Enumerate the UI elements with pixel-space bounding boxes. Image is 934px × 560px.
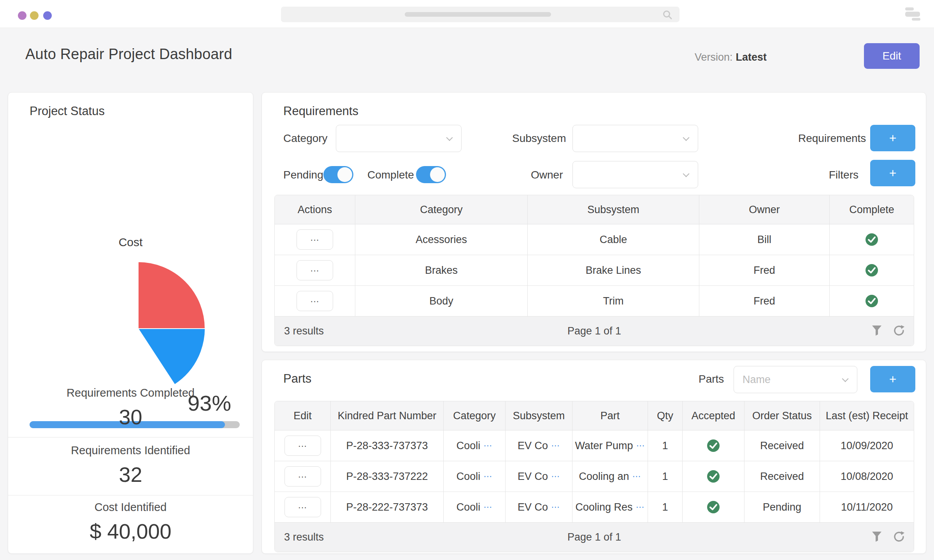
- receipt-cell: 10/09/2020: [820, 430, 914, 461]
- complete-toggle[interactable]: [416, 166, 446, 183]
- truncation-ellipsis: ⋯: [636, 441, 645, 451]
- subsystem-dropdown[interactable]: [572, 125, 698, 152]
- parts-panel: Parts Parts Name + Edit Kindred Part Num…: [262, 360, 926, 554]
- stat-requirements-identified: Requirements Identified 32: [8, 444, 253, 486]
- table-row: ... P-28-333-737222 Cooli⋯ EV Co⋯ Coolin…: [275, 461, 914, 492]
- stat-requirements-completed: Requirements Completed 30: [8, 387, 253, 429]
- qty-cell: 1: [648, 461, 683, 492]
- check-circle-icon: [706, 439, 720, 453]
- row-actions-button[interactable]: ...: [297, 260, 333, 280]
- pending-toggle[interactable]: [323, 166, 353, 183]
- version-value: Latest: [736, 51, 767, 63]
- refresh-icon[interactable]: [893, 324, 905, 337]
- pagination-text: Page 1 of 1: [275, 325, 914, 337]
- column-header: Actions: [275, 195, 355, 224]
- complete-cell: [830, 224, 914, 255]
- address-search-bar[interactable]: [281, 7, 679, 22]
- requirements-table-footer: 3 results Page 1 of 1: [275, 316, 914, 346]
- subsystem-cell: EV Co⋯: [506, 461, 572, 492]
- requirements-table-header: Actions Category Subsystem Owner Complet…: [275, 195, 914, 224]
- owner-filter-label: Owner: [531, 169, 563, 181]
- add-filter-button[interactable]: +: [870, 160, 915, 186]
- filter-funnel-icon[interactable]: [871, 324, 883, 337]
- column-header: Order Status: [744, 401, 820, 430]
- category-cell: Cooli⋯: [444, 430, 506, 461]
- truncation-ellipsis: ⋯: [483, 471, 492, 481]
- column-header: Category: [444, 401, 506, 430]
- refresh-icon[interactable]: [893, 530, 905, 543]
- complete-toggle-label: Complete: [367, 169, 414, 181]
- window-control-dot-3[interactable]: [43, 11, 52, 20]
- category-cell: Body: [355, 286, 528, 316]
- divider: [8, 495, 253, 495]
- parts-name-dropdown[interactable]: Name: [734, 366, 857, 393]
- truncation-ellipsis: ⋯: [483, 502, 492, 512]
- stat-label: Cost Identified: [8, 501, 253, 514]
- part-number-cell: P-28-222-737373: [331, 492, 444, 522]
- subsystem-cell: Brake Lines: [528, 255, 699, 285]
- category-cell: Cooli⋯: [444, 461, 506, 492]
- project-status-panel: Project Status Cost 93% Requirements Com…: [8, 92, 253, 554]
- version-indicator: Version:Latest: [695, 51, 767, 63]
- filter-funnel-icon[interactable]: [871, 530, 883, 543]
- search-icon: [662, 10, 672, 21]
- column-header: Edit: [275, 401, 331, 430]
- accepted-cell: [683, 492, 744, 522]
- parts-selector-label: Parts: [699, 373, 724, 385]
- menu-bar-bottom: [912, 18, 920, 21]
- table-row: ... P-28-222-737373 Cooli⋯ EV Co⋯ Coolin…: [275, 492, 914, 522]
- complete-cell: [830, 255, 914, 285]
- window-control-dot-2[interactable]: [30, 11, 39, 20]
- complete-cell: [830, 286, 914, 316]
- subsystem-cell: EV Co⋯: [506, 430, 572, 461]
- part-number-cell: P-28-333-737373: [331, 430, 444, 461]
- edit-button[interactable]: Edit: [864, 43, 920, 69]
- check-circle-icon: [706, 469, 720, 483]
- window-control-dot-1[interactable]: [18, 11, 26, 20]
- add-part-button[interactable]: +: [870, 366, 915, 392]
- order-status-cell: Received: [744, 430, 820, 461]
- toggle-knob: [337, 167, 352, 182]
- column-header: Kindred Part Number: [331, 401, 444, 430]
- staggered-menu-icon[interactable]: [905, 7, 921, 21]
- red-slice: [138, 262, 205, 329]
- browser-top-bar: [0, 0, 934, 28]
- chevron-down-icon: [842, 376, 849, 382]
- part-number-cell: P-28-333-737222: [331, 461, 444, 492]
- part-cell: Water Pump⋯: [572, 430, 648, 461]
- parts-table-footer: 3 results Page 1 of 1: [275, 522, 914, 552]
- row-actions-button[interactable]: ...: [297, 229, 333, 250]
- pagination-text: Page 1 of 1: [275, 531, 914, 543]
- subsystem-cell: Cable: [528, 224, 699, 255]
- add-requirement-button[interactable]: +: [870, 125, 915, 151]
- receipt-cell: 10/11/2020: [820, 492, 914, 522]
- column-header: Qty: [648, 401, 683, 430]
- check-circle-icon: [865, 233, 879, 247]
- check-circle-icon: [865, 294, 879, 308]
- toggle-knob: [430, 167, 445, 182]
- category-dropdown[interactable]: [336, 125, 462, 152]
- row-edit-button[interactable]: ...: [284, 466, 321, 486]
- category-cell: Acessories: [355, 224, 528, 255]
- row-edit-button[interactable]: ...: [284, 497, 321, 517]
- url-placeholder-line: [405, 12, 551, 17]
- owner-dropdown[interactable]: [572, 161, 698, 188]
- accepted-cell: [683, 461, 744, 492]
- stat-cost-identified: Cost Identified $ 40,000: [8, 501, 253, 543]
- column-header: Accepted: [683, 401, 744, 430]
- order-status-cell: Pending: [744, 492, 820, 522]
- truncation-ellipsis: ⋯: [636, 502, 645, 512]
- row-actions-button[interactable]: ...: [297, 291, 333, 311]
- chevron-down-icon: [446, 135, 453, 141]
- qty-cell: 1: [648, 430, 683, 461]
- stat-value: 32: [8, 462, 253, 486]
- row-edit-button[interactable]: ...: [284, 436, 321, 456]
- truncation-ellipsis: ⋯: [632, 471, 641, 481]
- menu-bar-top: [905, 7, 914, 10]
- truncation-ellipsis: ⋯: [483, 441, 492, 451]
- owner-cell: Bill: [699, 224, 830, 255]
- table-row: ... Acessories Cable Bill: [275, 224, 914, 255]
- parts-title: Parts: [283, 372, 311, 386]
- order-status-cell: Received: [744, 461, 820, 492]
- dropdown-placeholder: Name: [743, 374, 771, 386]
